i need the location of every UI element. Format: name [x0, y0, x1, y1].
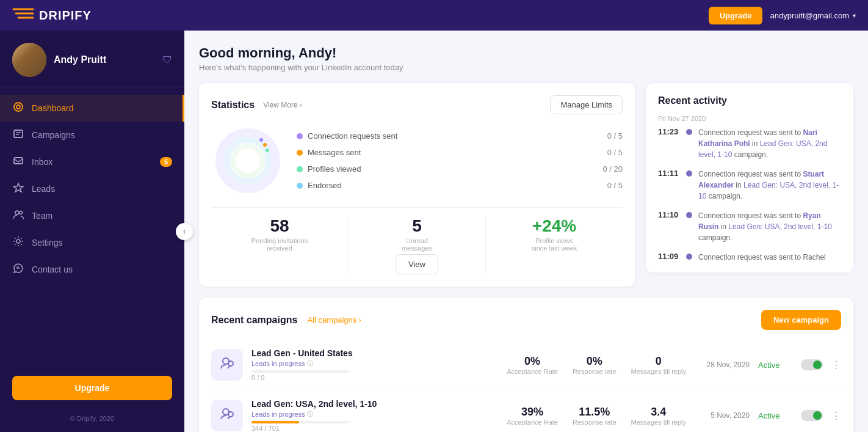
activity-item-3: 11:09 Connection request was sent to Rac…	[658, 252, 841, 263]
sidebar-item-contact[interactable]: Contact us	[0, 256, 184, 283]
campaign-icon-1	[219, 406, 236, 426]
activity-text: Connection request was sent to Stuart Al…	[698, 169, 841, 202]
activity-dot	[686, 129, 692, 135]
stats-header: Statistics View More › Manage Limits	[211, 95, 623, 114]
topbar-right: Upgrade andypruitt@gmail.com ▾	[709, 7, 856, 24]
activity-time: 11:09	[658, 252, 680, 261]
info-icon: ⓘ	[307, 359, 313, 368]
campaign-stat-response-0: 0% Response rate	[573, 355, 617, 375]
inbox-icon	[12, 155, 24, 169]
legend-dot-endorsed	[297, 183, 303, 189]
svg-point-4	[16, 105, 20, 109]
sidebar-item-label: Campaigns	[32, 130, 75, 140]
campaign-more-menu-1[interactable]: ⋮	[831, 410, 841, 422]
campaigns-icon	[12, 128, 24, 142]
manage-limits-button[interactable]: Manage Limits	[550, 95, 623, 114]
view-more-link[interactable]: View More ›	[263, 101, 302, 109]
profile-name: Andy Pruitt	[54, 54, 155, 65]
info-icon-1: ⓘ	[307, 410, 313, 419]
activity-dot	[686, 212, 692, 218]
sidebar-item-settings[interactable]: Settings	[0, 229, 184, 256]
chevron-right-icon: ›	[300, 101, 302, 109]
legend-item-messages: Messages sent 0 / 5	[297, 148, 623, 157]
legend-item-profiles: Profiles viewed 0 / 20	[297, 164, 623, 174]
campaign-leads-count-1: 344 / 701	[251, 425, 498, 432]
view-button[interactable]: View	[396, 254, 438, 274]
nav-section: Dashboard Campaigns	[0, 87, 184, 366]
legend-dot-messages	[297, 150, 303, 156]
logo-icon	[12, 7, 34, 24]
main-content: Good morning, Andy! Here's what's happen…	[184, 31, 868, 432]
activity-time: 11:10	[658, 210, 680, 219]
activity-text: Connection request was sent to Rachel	[698, 252, 826, 263]
sidebar-collapse-button[interactable]: ‹	[176, 223, 193, 240]
svg-point-22	[228, 361, 233, 366]
logo: DRIPIFY	[12, 7, 92, 24]
sidebar-item-leads[interactable]: Leads	[0, 175, 184, 202]
statistics-card: Statistics View More › Manage Limits	[199, 83, 635, 287]
topbar: DRIPIFY Upgrade andypruitt@gmail.com ▾	[0, 0, 868, 31]
sidebar-item-team[interactable]: Team	[0, 202, 184, 229]
campaign-stat-messages-1: 3.4 Messages till reply	[631, 406, 686, 426]
sidebar: Andy Pruitt 🛡 Dashboard	[0, 31, 184, 432]
copyright-text: © Dripify, 2020	[0, 410, 184, 432]
legend-item-connection: Connection requests sent 0 / 5	[297, 131, 623, 141]
dashboard-icon	[12, 101, 24, 115]
activity-time: 11:11	[658, 169, 680, 178]
logo-text: DRIPIFY	[39, 9, 92, 23]
campaign-leads-1: Leads in progress ⓘ	[251, 410, 498, 419]
upgrade-button-top[interactable]: Upgrade	[709, 7, 763, 24]
campaign-name-0: Lead Gen - United States	[251, 348, 498, 358]
greeting-title: Good morning, Andy!	[199, 45, 853, 61]
svg-rect-8	[14, 158, 23, 164]
toggle-knob-1	[813, 411, 822, 420]
team-icon	[12, 209, 24, 222]
metric-number-unread: 5	[412, 216, 422, 236]
activity-dot	[686, 254, 692, 260]
campaigns-section: Recent campaigns All campaigns › New cam…	[199, 298, 853, 432]
profile-section: Andy Pruitt 🛡	[0, 31, 184, 87]
legend-dot-connection	[297, 133, 303, 139]
sidebar-item-inbox[interactable]: Inbox 5	[0, 148, 184, 175]
metric-pending: 58 Pending invitationsreceived	[211, 216, 349, 274]
campaign-icon-wrap-1	[211, 400, 243, 431]
sidebar-item-label: Contact us	[32, 265, 73, 274]
sidebar-item-label: Team	[32, 211, 52, 221]
profile-info: Andy Pruitt	[54, 54, 155, 65]
all-campaigns-link[interactable]: All campaigns ›	[307, 315, 361, 324]
chevron-right-icon: ›	[358, 315, 361, 324]
svg-marker-9	[13, 183, 23, 192]
activity-item-1: 11:11 Connection request was sent to Stu…	[658, 169, 841, 202]
new-campaign-button[interactable]: New campaign	[761, 310, 841, 330]
activity-date: Fri Nov 27 2020	[658, 115, 841, 122]
campaign-more-menu-0[interactable]: ⋮	[831, 359, 841, 371]
campaign-leads-count-0: 0 / 0	[251, 374, 498, 381]
greeting-subtitle: Here's what's happening with your Linked…	[199, 63, 853, 72]
sidebar-item-dashboard[interactable]: Dashboard	[0, 95, 184, 122]
leads-icon	[12, 182, 24, 196]
sidebar-item-label: Leads	[32, 184, 55, 194]
campaign-stat-response-1: 11.5% Response rate	[573, 406, 617, 426]
metric-unread: 5 Unreadmessages View	[349, 216, 486, 274]
campaign-toggle-0[interactable]	[801, 359, 823, 370]
stats-body: Connection requests sent 0 / 5 Messages …	[211, 124, 623, 197]
activity-item-0: 11:23 Connection request was sent to Nar…	[658, 127, 841, 160]
metric-label-unread: Unreadmessages	[402, 237, 432, 252]
toggle-track-0[interactable]	[801, 359, 823, 370]
settings-icon	[12, 236, 24, 249]
upgrade-button-sidebar[interactable]: Upgrade	[12, 376, 172, 400]
sidebar-item-campaigns[interactable]: Campaigns	[0, 122, 184, 148]
campaign-stat-messages-0: 0 Messages till reply	[631, 355, 686, 375]
svg-point-12	[16, 240, 20, 243]
campaign-icon-wrap	[211, 349, 243, 381]
svg-rect-5	[14, 130, 23, 137]
user-email-menu[interactable]: andypruitt@gmail.com ▾	[770, 11, 856, 20]
campaign-status-1: Active	[758, 411, 792, 420]
activity-text: Connection request was sent to Ryan Rusi…	[698, 210, 841, 243]
legend-item-endorsed: Endorsed 0 / 5	[297, 181, 623, 190]
svg-point-11	[20, 211, 23, 214]
metric-label-pending: Pending invitationsreceived	[217, 237, 342, 252]
campaign-toggle-1[interactable]	[801, 410, 823, 421]
progress-bar-bg-1	[251, 421, 349, 423]
toggle-track-1[interactable]	[801, 410, 823, 421]
